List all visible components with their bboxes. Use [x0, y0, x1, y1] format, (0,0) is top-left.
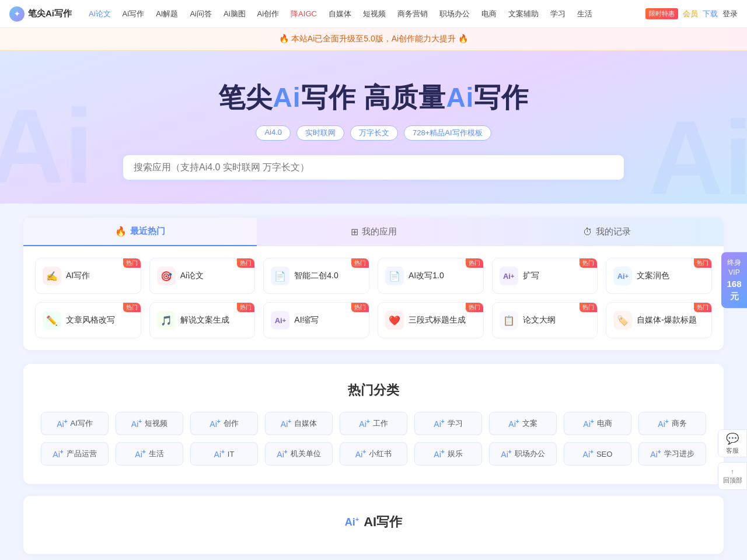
- nav-office[interactable]: 职场办公: [434, 6, 475, 22]
- tool-shorten[interactable]: Ai+ AI缩写 热门: [263, 302, 369, 338]
- hot-badge-3segment: 热门: [466, 303, 483, 312]
- tool-explain-copy[interactable]: 🎵 解说文案生成 热门: [149, 302, 256, 338]
- cat-ai-writing[interactable]: Ai+ AI写作: [41, 412, 109, 435]
- tab-recent-hot[interactable]: 🔥 最近热门: [23, 218, 257, 246]
- hero-section: 笔尖Ai写作 高质量Ai写作 Ai4.0 实时联网 万字长文 728+精品AI写…: [0, 51, 747, 204]
- tool-icon-ai-writing: ✍️: [43, 267, 61, 285]
- tool-icon-shorten: Ai+: [271, 311, 289, 330]
- tabs-header: 🔥 最近热门 ⊞ 我的应用 ⏱ 我的记录: [23, 218, 724, 246]
- tool-icon-ai-rewrite: 📄: [385, 267, 404, 285]
- tool-label-style-rewrite: 文章风格改写: [66, 315, 115, 326]
- tool-icon-paper-outline: 📋: [500, 311, 518, 330]
- badge-ai40: Ai4.0: [256, 125, 291, 141]
- tool-3segment-title[interactable]: ❤️ 三段式标题生成 热门: [378, 302, 484, 338]
- float-vip-price: 168元: [724, 278, 745, 302]
- cat-it[interactable]: Ai+ IT: [190, 442, 258, 466]
- float-vip-label: 终身VIP: [724, 258, 745, 278]
- cat-study[interactable]: Ai+ 学习: [414, 412, 482, 435]
- nav-life[interactable]: 生活: [572, 6, 598, 22]
- tab-myapps-label: 我的应用: [362, 226, 397, 237]
- tool-label-expand: 扩写: [523, 271, 539, 281]
- cat-work[interactable]: Ai+ 工作: [340, 412, 407, 435]
- nav-ai-write[interactable]: Ai写作: [117, 6, 150, 22]
- cat-self-media[interactable]: Ai+ 自媒体: [265, 412, 333, 435]
- nav-login-link[interactable]: 登录: [722, 9, 738, 19]
- tool-ai-writing[interactable]: ✍️ AI写作 热门: [35, 258, 141, 294]
- cat-copy[interactable]: Ai+ 文案: [489, 412, 557, 435]
- tab-my-apps[interactable]: ⊞ 我的应用: [257, 218, 490, 246]
- cat-icon-ai-writing: Ai+: [57, 418, 67, 429]
- hot-badge-smart-create: 热门: [351, 258, 369, 268]
- hero-title-part1: 笔尖Ai写作: [218, 82, 356, 113]
- apps-icon: ⊞: [351, 226, 358, 237]
- nav-ai-solve[interactable]: AI解题: [151, 6, 183, 22]
- cat-icon-business: Ai+: [658, 418, 668, 429]
- tool-polish[interactable]: Ai+ 文案润色 热门: [606, 258, 712, 294]
- nav-copywriting[interactable]: 文案辅助: [503, 6, 544, 22]
- nav-video[interactable]: 短视频: [358, 6, 391, 22]
- cat-icon-self-media: Ai+: [281, 418, 291, 429]
- tool-label-explain-copy: 解说文案生成: [180, 315, 229, 326]
- nav-study[interactable]: 学习: [545, 6, 571, 22]
- nav-business[interactable]: 商务营销: [392, 6, 433, 22]
- cat-icon-it: Ai+: [214, 449, 225, 459]
- hot-badge-media-title: 热门: [694, 303, 711, 312]
- cat-create[interactable]: Ai+ 创作: [190, 412, 258, 435]
- nav-member-link[interactable]: 会员: [683, 9, 698, 19]
- tab-my-records[interactable]: ⏱ 我的记录: [490, 218, 724, 246]
- cat-business[interactable]: Ai+ 商务: [638, 412, 706, 435]
- tool-icon-ai-paper: 🎯: [157, 267, 176, 285]
- tool-ai-paper[interactable]: 🎯 Ai论文 热门: [149, 258, 256, 294]
- cat-learn-progress[interactable]: Ai+ 学习进步: [638, 442, 706, 466]
- tool-label-polish: 文案润色: [637, 271, 669, 281]
- tool-paper-outline[interactable]: 📋 论文大纲 热门: [492, 302, 598, 338]
- tool-style-rewrite[interactable]: ✏️ 文章风格改写 热门: [35, 302, 141, 338]
- float-customer-btn[interactable]: 💬 客服: [718, 429, 747, 457]
- notice-bar: 🔥 本站Ai已全面升级至5.0版，Ai创作能力大提升 🔥: [0, 28, 747, 51]
- clock-icon: ⏱: [583, 227, 592, 237]
- tool-expand[interactable]: Ai+ 扩写 热门: [492, 258, 598, 294]
- float-vip-panel[interactable]: 终身VIP 168元: [721, 252, 747, 308]
- tool-icon-polish: Ai+: [613, 267, 632, 285]
- cat-icon-workplace: Ai+: [501, 449, 511, 459]
- search-input[interactable]: [134, 162, 613, 173]
- customer-icon: 💬: [726, 432, 739, 445]
- nav-ai-paper[interactable]: Ai论文: [83, 6, 116, 22]
- tool-icon-3segment: ❤️: [385, 311, 404, 330]
- hero-title: 笔尖Ai写作 高质量Ai写作: [218, 80, 529, 116]
- float-actions: 💬 客服 ↑ 回顶部: [718, 429, 747, 490]
- cat-seo[interactable]: Ai+ SEO: [564, 442, 631, 466]
- tool-smart-create[interactable]: 📄 智能二创4.0 热门: [263, 258, 369, 294]
- badge-templates: 728+精品AI写作模板: [404, 125, 491, 141]
- nav-media[interactable]: 自媒体: [323, 6, 357, 22]
- cat-short-video[interactable]: Ai+ 短视频: [116, 412, 183, 435]
- cat-ecommerce[interactable]: Ai+ 电商: [564, 412, 631, 435]
- nav-ai-qa[interactable]: Ai问答: [184, 6, 217, 22]
- nav-ai-mind[interactable]: Ai脑图: [218, 6, 251, 22]
- cat-xiaohongshu[interactable]: Ai+ 小红书: [340, 442, 407, 466]
- site-logo[interactable]: ✦ 笔尖Ai写作: [9, 6, 72, 22]
- cat-gov[interactable]: Ai+ 机关单位: [265, 442, 333, 466]
- bottom-section: Ai+ AI写作: [23, 496, 724, 554]
- cat-life[interactable]: Ai+ 生活: [116, 442, 183, 466]
- nav-aigc[interactable]: 降AIGC: [285, 6, 322, 22]
- cat-workplace[interactable]: Ai+ 职场办公: [489, 442, 557, 466]
- tool-label-paper-outline: 论文大纲: [523, 315, 556, 326]
- tool-ai-rewrite[interactable]: 📄 AI改写1.0 热门: [378, 258, 484, 294]
- cat-icon-seo: Ai+: [583, 449, 594, 459]
- float-customer-label: 客服: [726, 446, 739, 455]
- nav-ai-create[interactable]: Ai创作: [252, 6, 285, 22]
- cat-entertainment[interactable]: Ai+ 娱乐: [414, 442, 482, 466]
- tool-media-title[interactable]: 🏷️ 自媒体-爆款标题 热门: [606, 302, 712, 338]
- tools-grid: ✍️ AI写作 热门 🎯 Ai论文 热门 📄 智能二创4.0 热门 📄 AI改写…: [23, 246, 724, 350]
- hot-badge-expand: 热门: [580, 258, 597, 268]
- badge-realtime: 实时联网: [296, 125, 344, 141]
- hot-badge-ai-writing: 热门: [123, 258, 141, 268]
- logo-icon: ✦: [9, 6, 25, 22]
- search-bar[interactable]: [123, 155, 624, 180]
- hero-title-part2: 高质量Ai写作: [364, 82, 529, 113]
- cat-product-ops[interactable]: Ai+ 产品运营: [41, 442, 109, 466]
- nav-download-link[interactable]: 下载: [703, 9, 718, 19]
- float-top-btn[interactable]: ↑ 回顶部: [718, 462, 747, 490]
- nav-ecommerce[interactable]: 电商: [476, 6, 502, 22]
